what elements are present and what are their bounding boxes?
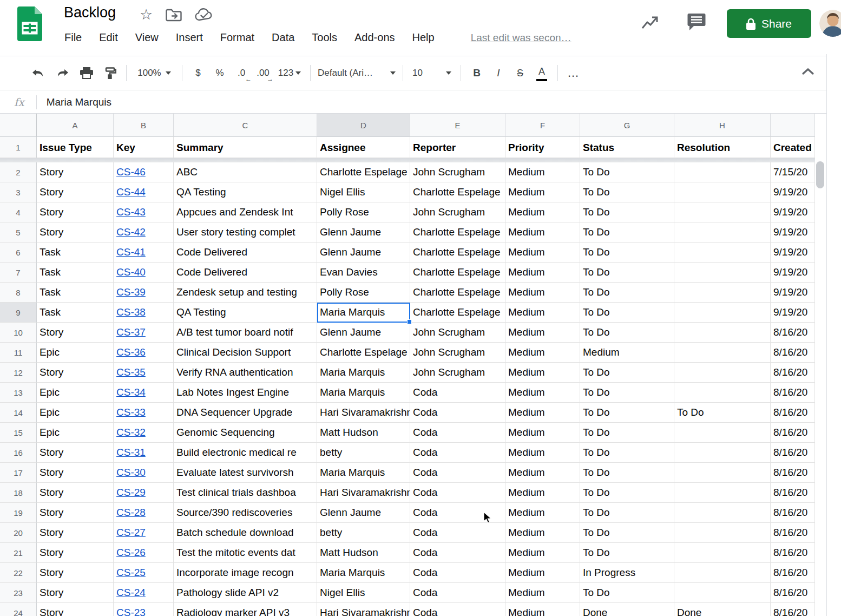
- cell-H10[interactable]: [674, 323, 771, 343]
- menu-insert[interactable]: Insert: [174, 30, 205, 45]
- cell-B8[interactable]: CS-39: [114, 283, 174, 303]
- row-header-7[interactable]: 7: [0, 263, 37, 283]
- format-percent-button[interactable]: %: [209, 63, 231, 83]
- increase-decimals-button[interactable]: .00→: [252, 63, 274, 83]
- cell-A6[interactable]: Task: [37, 243, 114, 263]
- row-header-2[interactable]: 2: [0, 162, 37, 182]
- cell-C21[interactable]: Test the mitotic events dat: [174, 543, 317, 563]
- cell-A11[interactable]: Epic: [37, 343, 114, 363]
- cell-I8[interactable]: 9/19/20: [771, 283, 815, 303]
- share-button[interactable]: Share: [727, 9, 811, 38]
- cell-H18[interactable]: [674, 483, 771, 503]
- cell-G8[interactable]: To Do: [580, 283, 674, 303]
- cell-I6[interactable]: 9/19/20: [771, 243, 815, 263]
- row-header-20[interactable]: 20: [0, 523, 37, 543]
- cell-E15[interactable]: Coda: [410, 423, 505, 443]
- cell-G16[interactable]: To Do: [580, 443, 674, 463]
- column-header-D[interactable]: D: [317, 114, 410, 137]
- cell-G10[interactable]: To Do: [580, 323, 674, 343]
- cell-G14[interactable]: To Do: [580, 403, 674, 423]
- cell-F16[interactable]: Medium: [505, 443, 580, 463]
- cell-E9[interactable]: Charlotte Espelage: [410, 303, 505, 323]
- cell-D13[interactable]: Maria Marquis: [317, 383, 410, 403]
- column-header-B[interactable]: B: [114, 114, 174, 137]
- font-select[interactable]: Default (Ari…: [316, 63, 398, 83]
- cell-E3[interactable]: Charlotte Espelage: [410, 182, 505, 202]
- cell-D8[interactable]: Polly Rose: [317, 283, 410, 303]
- cell-G24[interactable]: Done: [580, 603, 674, 616]
- bold-button[interactable]: B: [466, 63, 488, 83]
- menu-addons[interactable]: Add-ons: [353, 30, 397, 45]
- cell-B7[interactable]: CS-40: [114, 263, 174, 283]
- cell-I15[interactable]: 8/16/20: [771, 423, 815, 443]
- row-header-15[interactable]: 15: [0, 423, 37, 443]
- column-header-C[interactable]: C: [174, 114, 317, 137]
- cell-I17[interactable]: 8/16/20: [771, 463, 815, 483]
- star-icon[interactable]: ☆: [140, 8, 153, 22]
- cell-E13[interactable]: Coda: [410, 383, 505, 403]
- cell-E22[interactable]: Coda: [410, 563, 505, 583]
- font-size-select[interactable]: 10: [408, 63, 456, 83]
- row-header-17[interactable]: 17: [0, 463, 37, 483]
- cell-A18[interactable]: Story: [37, 483, 114, 503]
- cell-F15[interactable]: Medium: [505, 423, 580, 443]
- row-header-6[interactable]: 6: [0, 243, 37, 263]
- cell-D7[interactable]: Evan Davies: [317, 263, 410, 283]
- cell-E18[interactable]: Coda: [410, 483, 505, 503]
- cell-I24[interactable]: 8/16/20: [771, 603, 815, 616]
- row-header-3[interactable]: 3: [0, 182, 37, 202]
- cell-I3[interactable]: 9/19/20: [771, 182, 815, 202]
- cell-C9[interactable]: QA Testing: [174, 303, 317, 323]
- cell-A22[interactable]: Story: [37, 563, 114, 583]
- cell-D15[interactable]: Matt Hudson: [317, 423, 410, 443]
- cell-D23[interactable]: Nigel Ellis: [317, 583, 410, 603]
- cell-D9[interactable]: Maria Marquis: [317, 303, 410, 323]
- cell-C6[interactable]: Code Delivered: [174, 243, 317, 263]
- cell-A9[interactable]: Task: [37, 303, 114, 323]
- cell-G9[interactable]: To Do: [580, 303, 674, 323]
- cell-E6[interactable]: Charlotte Espelage: [410, 243, 505, 263]
- cell-D11[interactable]: Charlotte Espelage: [317, 343, 410, 363]
- redo-button[interactable]: [52, 63, 74, 83]
- cell-D17[interactable]: Maria Marquis: [317, 463, 410, 483]
- row-header-16[interactable]: 16: [0, 443, 37, 463]
- cell-B14[interactable]: CS-33: [114, 403, 174, 423]
- cell-D3[interactable]: Nigel Ellis: [317, 182, 410, 202]
- cell-B11[interactable]: CS-36: [114, 343, 174, 363]
- cell-C8[interactable]: Zendesk setup and testing: [174, 283, 317, 303]
- cell-D19[interactable]: Glenn Jaume: [317, 503, 410, 523]
- cell-C14[interactable]: DNA Sequencer Upgrade: [174, 403, 317, 423]
- cell-C18[interactable]: Test clinical trials dashboa: [174, 483, 317, 503]
- cell-E1[interactable]: Reporter: [410, 137, 505, 158]
- cell-I19[interactable]: 8/16/20: [771, 503, 815, 523]
- cell-G17[interactable]: To Do: [580, 463, 674, 483]
- cell-G19[interactable]: To Do: [580, 503, 674, 523]
- row-header-10[interactable]: 10: [0, 323, 37, 343]
- cell-G3[interactable]: To Do: [580, 182, 674, 202]
- cell-G6[interactable]: To Do: [580, 243, 674, 263]
- cell-B21[interactable]: CS-26: [114, 543, 174, 563]
- cell-F19[interactable]: Medium: [505, 503, 580, 523]
- cell-A14[interactable]: Epic: [37, 403, 114, 423]
- cell-H16[interactable]: [674, 443, 771, 463]
- cell-G22[interactable]: In Progress: [580, 563, 674, 583]
- cell-C17[interactable]: Evaluate latest survivorsh: [174, 463, 317, 483]
- cell-H24[interactable]: Done: [674, 603, 771, 616]
- cell-F2[interactable]: Medium: [505, 162, 580, 182]
- decrease-decimals-button[interactable]: .0←: [231, 63, 252, 83]
- row-header-12[interactable]: 12: [0, 363, 37, 383]
- cell-I11[interactable]: 8/16/20: [771, 343, 815, 363]
- cell-B2[interactable]: CS-46: [114, 162, 174, 182]
- cell-C19[interactable]: Source/390 rediscoveries: [174, 503, 317, 523]
- cell-B18[interactable]: CS-29: [114, 483, 174, 503]
- cell-I5[interactable]: 9/19/20: [771, 222, 815, 243]
- cell-H15[interactable]: [674, 423, 771, 443]
- cell-B13[interactable]: CS-34: [114, 383, 174, 403]
- row-header-24[interactable]: 24: [0, 603, 37, 616]
- cell-F23[interactable]: Medium: [505, 583, 580, 603]
- cell-E17[interactable]: Coda: [410, 463, 505, 483]
- cell-B9[interactable]: CS-38: [114, 303, 174, 323]
- cell-F22[interactable]: Medium: [505, 563, 580, 583]
- formula-bar-input[interactable]: Maria Marquis: [47, 96, 111, 108]
- cell-H6[interactable]: [674, 243, 771, 263]
